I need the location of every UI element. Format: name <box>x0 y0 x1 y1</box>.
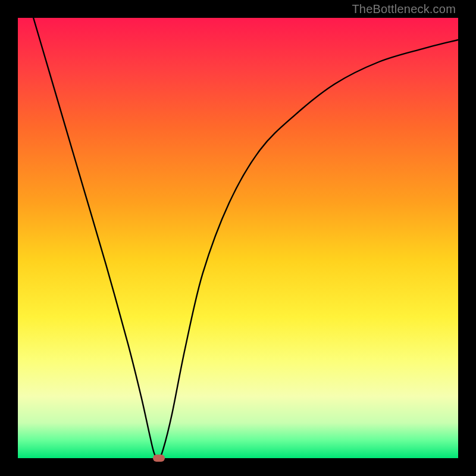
bottleneck-curve <box>18 18 458 458</box>
optimal-marker <box>153 455 165 462</box>
watermark-text: TheBottleneck.com <box>352 2 456 16</box>
chart-frame: TheBottleneck.com <box>0 0 476 476</box>
plot-area <box>18 18 458 458</box>
